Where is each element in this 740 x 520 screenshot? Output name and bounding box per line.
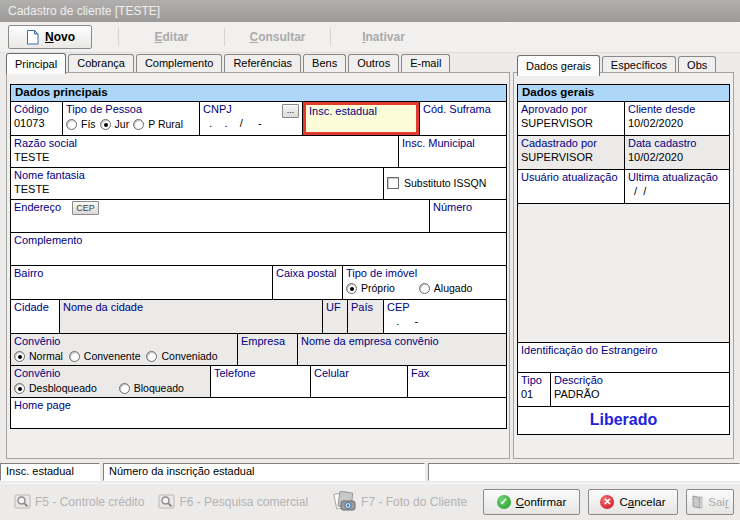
editar-button[interactable]: Editar: [119, 30, 224, 44]
tab-bens[interactable]: Bens: [303, 54, 346, 73]
side-row: Cadastrado por SUPERVISOR Data cadastro …: [518, 136, 729, 170]
aprovado-por-field: Aprovado por SUPERVISOR: [518, 102, 625, 135]
fax-field[interactable]: Fax: [408, 366, 506, 397]
status-field-hint: Número da inscrição estadual: [103, 463, 425, 481]
bairro-field[interactable]: Bairro: [11, 266, 273, 299]
radio-label: Bloqueado: [134, 382, 184, 394]
f5-label: F5 - Controle crédito: [35, 495, 144, 509]
tipo-field: Tipo 01: [518, 373, 551, 406]
principal-tab-page: Dados principais Código 01073 Tipo de Pe…: [6, 72, 510, 459]
radio-icon: [100, 119, 111, 130]
cnpj-field[interactable]: CNPJ ... . . / -: [200, 102, 303, 135]
pais-field[interactable]: País: [348, 300, 384, 333]
cnpj-lookup-button[interactable]: ...: [282, 104, 299, 118]
tab-referencias[interactable]: Referências: [224, 54, 301, 73]
f7-foto-cliente-button[interactable]: F7 - Foto do Cliente: [332, 491, 467, 513]
radio-label: Conveniado: [161, 350, 217, 362]
radio-alugado[interactable]: Alugado: [419, 282, 473, 294]
substituto-issqn-checkbox[interactable]: Substituto ISSQN: [387, 177, 503, 189]
razao-social-label: Razão social: [14, 137, 395, 149]
dados-gerais-tab-page: Dados gerais Aprovado por SUPERVISOR Cli…: [513, 72, 734, 459]
data-cadastro-label: Data cadastro: [628, 137, 726, 149]
tab-dados-gerais[interactable]: Dados gerais: [517, 55, 600, 76]
ultima-atualizacao-value: / /: [628, 185, 726, 197]
cadastrado-por-field: Cadastrado por SUPERVISOR: [518, 136, 625, 169]
complemento-field[interactable]: Complemento: [11, 233, 506, 265]
radio-fis[interactable]: Fís: [66, 118, 96, 130]
endereco-label: Endereço: [14, 201, 61, 213]
ultima-atualizacao-field: Ultima atualização / /: [625, 170, 729, 203]
liberado-status: Liberado: [518, 407, 729, 434]
tab-email[interactable]: E-mail: [401, 54, 450, 73]
confirmar-button[interactable]: ✓ Confirmar: [483, 489, 580, 515]
f5-controle-credito-button[interactable]: F5 - Controle crédito: [14, 493, 144, 511]
dados-principais-header: Dados principais: [11, 85, 506, 102]
nome-cidade-label: Nome da cidade: [63, 301, 319, 313]
home-page-field[interactable]: Home page: [11, 398, 506, 428]
caixa-postal-label: Caixa postal: [276, 267, 339, 279]
novo-button[interactable]: Novo: [8, 25, 92, 49]
consultar-button[interactable]: Consultar: [225, 30, 330, 44]
radio-proprio[interactable]: Próprio: [346, 282, 395, 294]
f6-pesquisa-comercial-button[interactable]: F6 - Pesquisa comercial: [158, 493, 308, 511]
main-toolbar: Novo Editar Consultar Inativar: [0, 22, 740, 53]
aprovado-por-label: Aprovado por: [521, 103, 621, 115]
radio-label: Fís: [81, 118, 96, 130]
radio-conveniado[interactable]: Conveniado: [146, 350, 217, 362]
convenio-label: Convênio: [14, 335, 234, 347]
cod-suframa-field[interactable]: Cód. Suframa: [420, 102, 506, 135]
tab-cobranca[interactable]: Cobrança: [68, 54, 134, 73]
nome-fantasia-field[interactable]: Nome fantasia TESTE: [11, 168, 384, 199]
cancelar-label: Cancelar: [619, 496, 665, 508]
cep-lookup-button[interactable]: CEP: [72, 201, 99, 215]
radio-icon: [346, 283, 357, 294]
celular-field[interactable]: Celular: [311, 366, 408, 397]
sair-button[interactable]: Sair: [686, 489, 734, 515]
razao-social-field[interactable]: Razão social TESTE: [11, 136, 399, 167]
telefone-field[interactable]: Telefone: [211, 366, 311, 397]
cep-field[interactable]: CEP . -: [384, 300, 506, 333]
radio-label: Desbloqueado: [29, 382, 97, 394]
form-row: Convênio Desbloqueado Bloqueado Telefone…: [11, 366, 506, 398]
codigo-field[interactable]: Código 01073: [11, 102, 63, 135]
nome-empresa-convenio-field[interactable]: Nome da empresa convênio: [298, 334, 506, 365]
numero-field[interactable]: Número: [430, 200, 506, 232]
status-field-name: Insc. estadual: [0, 463, 100, 481]
radio-convenente[interactable]: Convenente: [69, 350, 141, 362]
radio-jur[interactable]: Jur: [100, 118, 130, 130]
insc-municipal-field[interactable]: Insc. Municipal: [399, 136, 506, 167]
footer-bar: F5 - Controle crédito F6 - Pesquisa come…: [0, 483, 740, 520]
radio-desbloqueado[interactable]: Desbloqueado: [14, 382, 97, 394]
nome-cidade-field[interactable]: Nome da cidade: [60, 300, 323, 333]
form-row: Endereço CEP Número: [11, 200, 506, 233]
radio-icon: [14, 383, 25, 394]
uf-field[interactable]: UF: [323, 300, 348, 333]
radio-p-rural[interactable]: P Rural: [133, 118, 183, 130]
checkbox-label: Substituto ISSQN: [404, 177, 486, 189]
form-row: Bairro Caixa postal Tipo de imóvel Própr…: [11, 266, 506, 300]
cliente-desde-value: 10/02/2020: [628, 117, 726, 129]
radio-bloqueado[interactable]: Bloqueado: [119, 382, 184, 394]
celular-label: Celular: [314, 367, 404, 379]
inativar-button[interactable]: Inativar: [331, 30, 436, 44]
convenio-bloqueio-label: Convênio: [14, 367, 207, 379]
caixa-postal-field[interactable]: Caixa postal: [273, 266, 343, 299]
cidade-field[interactable]: Cidade: [11, 300, 60, 333]
side-row: Identificação do Estrangeiro: [518, 343, 729, 373]
cancelar-button[interactable]: ✕ Cancelar: [588, 489, 678, 515]
empresa-field[interactable]: Empresa: [238, 334, 298, 365]
insc-estadual-field[interactable]: Insc. estadual: [303, 102, 420, 135]
telefone-label: Telefone: [214, 367, 307, 379]
tab-outros[interactable]: Outros: [348, 54, 399, 73]
insc-municipal-label: Insc. Municipal: [402, 137, 503, 149]
dados-gerais-header: Dados gerais: [518, 85, 729, 102]
identificacao-estrangeiro-field[interactable]: Identificação do Estrangeiro: [518, 343, 729, 372]
magnifier-icon: [158, 493, 176, 511]
convenio-bloqueio-field: Convênio Desbloqueado Bloqueado: [11, 366, 211, 397]
tab-principal[interactable]: Principal: [6, 53, 66, 74]
razao-social-value: TESTE: [14, 151, 395, 163]
tab-complemento[interactable]: Complemento: [136, 54, 222, 73]
radio-normal[interactable]: Normal: [14, 350, 63, 362]
endereco-field[interactable]: Endereço CEP: [11, 200, 430, 232]
cliente-desde-field: Cliente desde 10/02/2020: [625, 102, 729, 135]
